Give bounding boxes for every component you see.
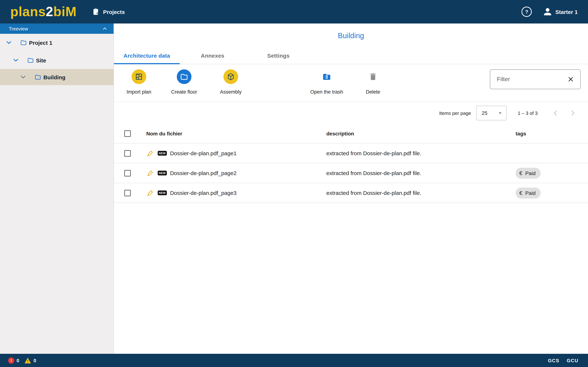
delete-button[interactable]: Delete [353, 69, 393, 95]
app-window: plans2biM G Projects ? Starter 1 Treevie… [0, 0, 588, 367]
euro-icon: € [519, 170, 522, 176]
page-title: Building [114, 32, 588, 40]
table-header-row: Nom du fichier description tags [114, 124, 588, 143]
footer-links: GCS GCU [548, 358, 579, 363]
paginator: Items per page 25 1 – 3 of 3 [114, 102, 588, 124]
folder-plus-icon [177, 69, 191, 84]
next-page-button[interactable] [568, 108, 578, 118]
plan-drawing-icon [146, 169, 154, 177]
topbar-right: ? Starter 1 [521, 7, 578, 17]
folder-icon [20, 39, 27, 46]
gcs-link[interactable]: GCS [548, 358, 559, 363]
file-description: extracted from Dossier-de-plan.pdf file. [326, 150, 516, 156]
nav-projects[interactable]: G Projects [92, 8, 125, 16]
person-icon [543, 7, 552, 17]
import-plan-button[interactable]: Import plan [119, 69, 159, 95]
create-floor-label: Create floor [164, 89, 204, 95]
logo-text-2: 2 [46, 4, 53, 19]
plan-drawing-icon [146, 189, 154, 197]
open-trash-label: Open the trash [303, 89, 351, 95]
file-description: extracted from Dossier-de-plan.pdf file. [326, 170, 516, 176]
page-range-label: 1 – 3 of 3 [518, 110, 538, 116]
tree-item-site[interactable]: Site [0, 51, 113, 69]
nav-projects-label: Projects [103, 9, 125, 15]
paid-tag-chip[interactable]: € Paid [516, 187, 541, 198]
select-all-checkbox[interactable] [124, 130, 131, 137]
chevron-down-icon[interactable] [12, 56, 20, 64]
new-badge-icon: NEW [158, 151, 167, 156]
paid-tag-label: Paid [525, 170, 536, 176]
assembly-label: Assembly [211, 89, 251, 95]
logo-text-bim: biM [53, 4, 77, 19]
error-icon: ! [8, 357, 14, 364]
table-row[interactable]: NEW Dossier-de-plan.pdf_page1 extracted … [114, 143, 588, 163]
tab-settings[interactable]: Settings [245, 47, 311, 64]
file-name: Dossier-de-plan.pdf_page1 [170, 150, 236, 156]
plan-drawing-icon [146, 149, 154, 157]
tags-cell: € Paid [516, 187, 588, 198]
cube-icon [224, 69, 238, 84]
gcu-link[interactable]: GCU [567, 358, 579, 363]
tab-bar: Architecture data Annexes Settings [114, 47, 588, 64]
trash-icon [366, 69, 380, 84]
tree-item-label: Building [43, 74, 65, 80]
tab-annexes[interactable]: Annexes [180, 47, 245, 64]
tree-item-label: Project 1 [29, 40, 52, 46]
new-badge-icon: NEW [158, 171, 167, 175]
tree-item-project-1[interactable]: Project 1 [0, 34, 113, 51]
help-button[interactable]: ? [521, 7, 532, 17]
paid-tag-label: Paid [525, 190, 536, 196]
warning-count: 0 [34, 358, 36, 363]
main-content: Building Architecture data Annexes Setti… [114, 24, 588, 354]
status-bar: ! 0 0 GCS GCU [0, 354, 588, 367]
collapse-chevron-up-icon[interactable] [102, 26, 108, 32]
tab-architecture-data[interactable]: Architecture data [114, 47, 180, 64]
app-logo[interactable]: plans2biM [10, 5, 77, 18]
euro-icon: € [519, 190, 522, 196]
import-plan-label: Import plan [119, 89, 159, 95]
new-badge-icon: NEW [158, 191, 167, 195]
folder-trash-icon [319, 69, 334, 84]
filter-field[interactable] [490, 69, 581, 89]
column-header-tags: tags [516, 131, 588, 136]
column-header-name: Nom du fichier [146, 131, 326, 136]
toolbar: Import plan Create floor Assembly Open t… [114, 64, 588, 102]
select-row-checkbox[interactable] [124, 170, 131, 176]
items-per-page-value: 25 [482, 110, 497, 116]
table-row[interactable]: NEW Dossier-de-plan.pdf_page3 extracted … [114, 183, 588, 203]
treeview-sidebar: Treeview Project 1 Site [0, 24, 114, 354]
tags-cell: € Paid [516, 167, 588, 179]
error-count: 0 [17, 358, 19, 363]
file-name: Dossier-de-plan.pdf_page3 [170, 190, 236, 196]
tree-item-building[interactable]: Building [0, 69, 113, 85]
create-floor-button[interactable]: Create floor [164, 69, 204, 95]
status-counts: ! 0 0 [8, 357, 36, 364]
paid-tag-chip[interactable]: € Paid [516, 167, 541, 179]
svg-text:G: G [96, 12, 98, 15]
chevron-down-icon[interactable] [19, 73, 27, 81]
clipboard-icon: G [92, 8, 99, 16]
select-row-checkbox[interactable] [124, 150, 131, 157]
filter-input[interactable] [496, 75, 566, 83]
floor-plan-icon [131, 69, 146, 84]
select-row-checkbox[interactable] [124, 190, 131, 196]
previous-page-button[interactable] [550, 108, 561, 118]
warning-icon [24, 357, 31, 364]
top-bar: plans2biM G Projects ? Starter 1 [0, 0, 588, 24]
treeview-header[interactable]: Treeview [0, 24, 113, 34]
column-header-description: description [326, 131, 516, 136]
folder-icon [27, 57, 34, 64]
table-row[interactable]: NEW Dossier-de-plan.pdf_page2 extracted … [114, 163, 588, 183]
user-menu[interactable]: Starter 1 [543, 7, 578, 17]
items-per-page-select[interactable]: 25 [476, 106, 507, 120]
chevron-down-icon[interactable] [5, 39, 13, 47]
treeview-header-label: Treeview [9, 26, 28, 31]
dropdown-caret-icon [497, 110, 503, 116]
clear-filter-icon[interactable] [566, 74, 576, 84]
items-per-page-label: Items per page [439, 110, 471, 116]
assembly-button[interactable]: Assembly [211, 69, 251, 95]
open-trash-button[interactable]: Open the trash [303, 69, 351, 95]
tree-item-label: Site [36, 57, 46, 63]
logo-text-plans: plans [10, 4, 46, 19]
file-description: extracted from Dossier-de-plan.pdf file. [326, 190, 516, 196]
